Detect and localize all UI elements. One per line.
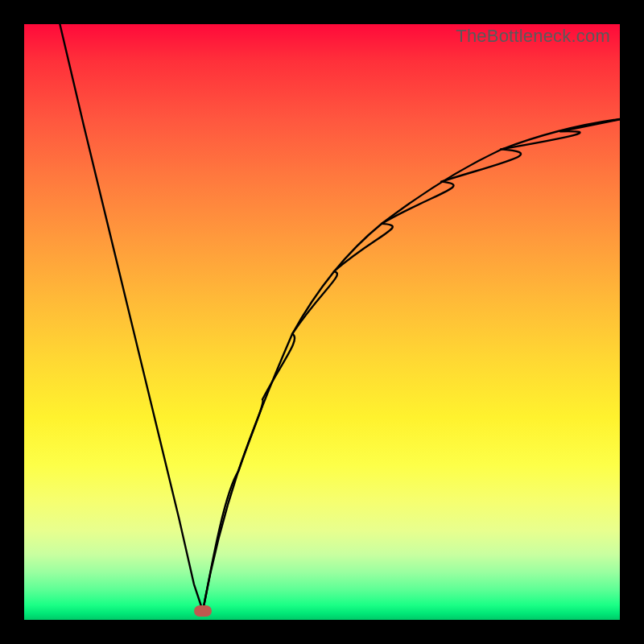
optimum-marker <box>194 605 212 617</box>
chart-frame: TheBottleneck.com <box>0 0 644 644</box>
curve-right-branch-smooth <box>203 119 620 611</box>
curve-right-branch <box>203 119 620 611</box>
curve-left-branch <box>60 24 203 611</box>
bottleneck-curve <box>24 24 620 620</box>
chart-plot-area: TheBottleneck.com <box>24 24 620 620</box>
